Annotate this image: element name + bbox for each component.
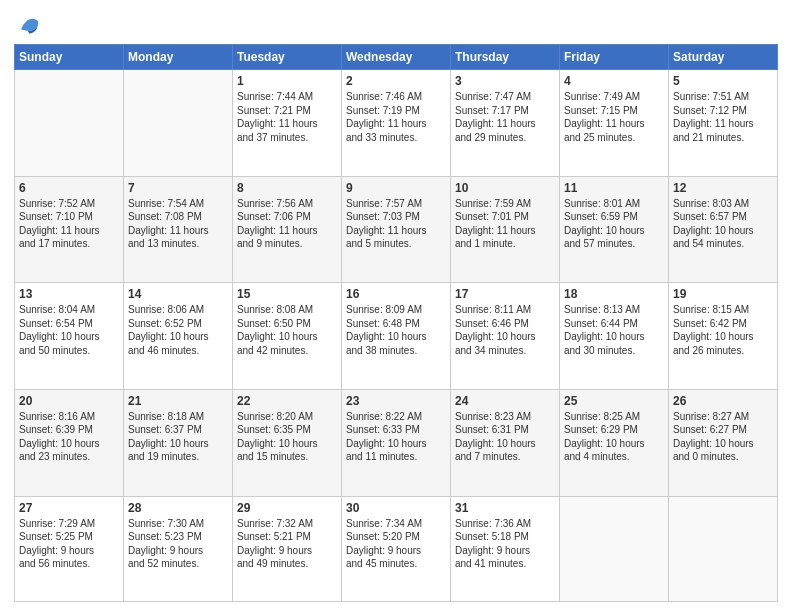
day-number: 29 bbox=[237, 501, 337, 515]
day-info: Sunrise: 8:04 AM Sunset: 6:54 PM Dayligh… bbox=[19, 303, 119, 357]
calendar-cell: 8Sunrise: 7:56 AM Sunset: 7:06 PM Daylig… bbox=[233, 176, 342, 283]
calendar-cell: 12Sunrise: 8:03 AM Sunset: 6:57 PM Dayli… bbox=[669, 176, 778, 283]
day-number: 14 bbox=[128, 287, 228, 301]
day-number: 4 bbox=[564, 74, 664, 88]
day-info: Sunrise: 7:49 AM Sunset: 7:15 PM Dayligh… bbox=[564, 90, 664, 144]
day-info: Sunrise: 8:22 AM Sunset: 6:33 PM Dayligh… bbox=[346, 410, 446, 464]
calendar-cell: 4Sunrise: 7:49 AM Sunset: 7:15 PM Daylig… bbox=[560, 70, 669, 177]
weekday-thursday: Thursday bbox=[451, 45, 560, 70]
day-info: Sunrise: 7:59 AM Sunset: 7:01 PM Dayligh… bbox=[455, 197, 555, 251]
calendar-cell: 30Sunrise: 7:34 AM Sunset: 5:20 PM Dayli… bbox=[342, 496, 451, 601]
day-info: Sunrise: 7:44 AM Sunset: 7:21 PM Dayligh… bbox=[237, 90, 337, 144]
calendar-cell: 21Sunrise: 8:18 AM Sunset: 6:37 PM Dayli… bbox=[124, 389, 233, 496]
day-number: 19 bbox=[673, 287, 773, 301]
day-info: Sunrise: 8:06 AM Sunset: 6:52 PM Dayligh… bbox=[128, 303, 228, 357]
day-info: Sunrise: 7:30 AM Sunset: 5:23 PM Dayligh… bbox=[128, 517, 228, 571]
day-number: 17 bbox=[455, 287, 555, 301]
calendar-cell: 5Sunrise: 7:51 AM Sunset: 7:12 PM Daylig… bbox=[669, 70, 778, 177]
calendar-cell: 24Sunrise: 8:23 AM Sunset: 6:31 PM Dayli… bbox=[451, 389, 560, 496]
day-number: 12 bbox=[673, 181, 773, 195]
week-row-2: 13Sunrise: 8:04 AM Sunset: 6:54 PM Dayli… bbox=[15, 283, 778, 390]
day-number: 2 bbox=[346, 74, 446, 88]
day-number: 30 bbox=[346, 501, 446, 515]
weekday-header-row: SundayMondayTuesdayWednesdayThursdayFrid… bbox=[15, 45, 778, 70]
day-info: Sunrise: 8:13 AM Sunset: 6:44 PM Dayligh… bbox=[564, 303, 664, 357]
day-number: 26 bbox=[673, 394, 773, 408]
day-info: Sunrise: 7:56 AM Sunset: 7:06 PM Dayligh… bbox=[237, 197, 337, 251]
day-number: 18 bbox=[564, 287, 664, 301]
day-number: 16 bbox=[346, 287, 446, 301]
calendar-cell: 20Sunrise: 8:16 AM Sunset: 6:39 PM Dayli… bbox=[15, 389, 124, 496]
week-row-1: 6Sunrise: 7:52 AM Sunset: 7:10 PM Daylig… bbox=[15, 176, 778, 283]
calendar-cell: 14Sunrise: 8:06 AM Sunset: 6:52 PM Dayli… bbox=[124, 283, 233, 390]
day-info: Sunrise: 7:46 AM Sunset: 7:19 PM Dayligh… bbox=[346, 90, 446, 144]
calendar-cell: 28Sunrise: 7:30 AM Sunset: 5:23 PM Dayli… bbox=[124, 496, 233, 601]
day-info: Sunrise: 7:34 AM Sunset: 5:20 PM Dayligh… bbox=[346, 517, 446, 571]
calendar-cell: 1Sunrise: 7:44 AM Sunset: 7:21 PM Daylig… bbox=[233, 70, 342, 177]
calendar-cell bbox=[15, 70, 124, 177]
calendar-table: SundayMondayTuesdayWednesdayThursdayFrid… bbox=[14, 44, 778, 602]
day-number: 27 bbox=[19, 501, 119, 515]
calendar-cell: 3Sunrise: 7:47 AM Sunset: 7:17 PM Daylig… bbox=[451, 70, 560, 177]
day-number: 21 bbox=[128, 394, 228, 408]
calendar-cell: 2Sunrise: 7:46 AM Sunset: 7:19 PM Daylig… bbox=[342, 70, 451, 177]
calendar-cell: 17Sunrise: 8:11 AM Sunset: 6:46 PM Dayli… bbox=[451, 283, 560, 390]
calendar-cell: 15Sunrise: 8:08 AM Sunset: 6:50 PM Dayli… bbox=[233, 283, 342, 390]
calendar-cell: 18Sunrise: 8:13 AM Sunset: 6:44 PM Dayli… bbox=[560, 283, 669, 390]
calendar-cell: 6Sunrise: 7:52 AM Sunset: 7:10 PM Daylig… bbox=[15, 176, 124, 283]
day-info: Sunrise: 8:01 AM Sunset: 6:59 PM Dayligh… bbox=[564, 197, 664, 251]
calendar-cell: 19Sunrise: 8:15 AM Sunset: 6:42 PM Dayli… bbox=[669, 283, 778, 390]
day-info: Sunrise: 7:36 AM Sunset: 5:18 PM Dayligh… bbox=[455, 517, 555, 571]
week-row-4: 27Sunrise: 7:29 AM Sunset: 5:25 PM Dayli… bbox=[15, 496, 778, 601]
day-info: Sunrise: 8:15 AM Sunset: 6:42 PM Dayligh… bbox=[673, 303, 773, 357]
calendar-cell bbox=[124, 70, 233, 177]
day-info: Sunrise: 8:09 AM Sunset: 6:48 PM Dayligh… bbox=[346, 303, 446, 357]
day-number: 20 bbox=[19, 394, 119, 408]
calendar-cell: 11Sunrise: 8:01 AM Sunset: 6:59 PM Dayli… bbox=[560, 176, 669, 283]
page: SundayMondayTuesdayWednesdayThursdayFrid… bbox=[0, 0, 792, 612]
calendar-cell: 29Sunrise: 7:32 AM Sunset: 5:21 PM Dayli… bbox=[233, 496, 342, 601]
weekday-saturday: Saturday bbox=[669, 45, 778, 70]
day-info: Sunrise: 8:03 AM Sunset: 6:57 PM Dayligh… bbox=[673, 197, 773, 251]
day-number: 11 bbox=[564, 181, 664, 195]
day-number: 10 bbox=[455, 181, 555, 195]
day-info: Sunrise: 8:16 AM Sunset: 6:39 PM Dayligh… bbox=[19, 410, 119, 464]
calendar-cell: 23Sunrise: 8:22 AM Sunset: 6:33 PM Dayli… bbox=[342, 389, 451, 496]
calendar-cell bbox=[560, 496, 669, 601]
calendar-cell: 10Sunrise: 7:59 AM Sunset: 7:01 PM Dayli… bbox=[451, 176, 560, 283]
calendar-cell: 31Sunrise: 7:36 AM Sunset: 5:18 PM Dayli… bbox=[451, 496, 560, 601]
day-info: Sunrise: 8:25 AM Sunset: 6:29 PM Dayligh… bbox=[564, 410, 664, 464]
weekday-sunday: Sunday bbox=[15, 45, 124, 70]
calendar-cell bbox=[669, 496, 778, 601]
day-number: 6 bbox=[19, 181, 119, 195]
week-row-0: 1Sunrise: 7:44 AM Sunset: 7:21 PM Daylig… bbox=[15, 70, 778, 177]
weekday-tuesday: Tuesday bbox=[233, 45, 342, 70]
day-number: 23 bbox=[346, 394, 446, 408]
day-info: Sunrise: 8:23 AM Sunset: 6:31 PM Dayligh… bbox=[455, 410, 555, 464]
day-info: Sunrise: 8:20 AM Sunset: 6:35 PM Dayligh… bbox=[237, 410, 337, 464]
day-info: Sunrise: 8:11 AM Sunset: 6:46 PM Dayligh… bbox=[455, 303, 555, 357]
header bbox=[14, 10, 778, 38]
day-number: 3 bbox=[455, 74, 555, 88]
calendar-cell: 27Sunrise: 7:29 AM Sunset: 5:25 PM Dayli… bbox=[15, 496, 124, 601]
day-info: Sunrise: 7:47 AM Sunset: 7:17 PM Dayligh… bbox=[455, 90, 555, 144]
day-info: Sunrise: 7:57 AM Sunset: 7:03 PM Dayligh… bbox=[346, 197, 446, 251]
calendar-cell: 22Sunrise: 8:20 AM Sunset: 6:35 PM Dayli… bbox=[233, 389, 342, 496]
weekday-monday: Monday bbox=[124, 45, 233, 70]
day-info: Sunrise: 8:18 AM Sunset: 6:37 PM Dayligh… bbox=[128, 410, 228, 464]
day-info: Sunrise: 7:52 AM Sunset: 7:10 PM Dayligh… bbox=[19, 197, 119, 251]
calendar-cell: 13Sunrise: 8:04 AM Sunset: 6:54 PM Dayli… bbox=[15, 283, 124, 390]
day-number: 5 bbox=[673, 74, 773, 88]
logo-icon bbox=[14, 10, 42, 38]
calendar-cell: 26Sunrise: 8:27 AM Sunset: 6:27 PM Dayli… bbox=[669, 389, 778, 496]
logo bbox=[14, 10, 44, 38]
day-info: Sunrise: 7:51 AM Sunset: 7:12 PM Dayligh… bbox=[673, 90, 773, 144]
day-number: 1 bbox=[237, 74, 337, 88]
calendar-cell: 16Sunrise: 8:09 AM Sunset: 6:48 PM Dayli… bbox=[342, 283, 451, 390]
calendar-cell: 9Sunrise: 7:57 AM Sunset: 7:03 PM Daylig… bbox=[342, 176, 451, 283]
day-number: 25 bbox=[564, 394, 664, 408]
day-info: Sunrise: 7:54 AM Sunset: 7:08 PM Dayligh… bbox=[128, 197, 228, 251]
day-info: Sunrise: 7:32 AM Sunset: 5:21 PM Dayligh… bbox=[237, 517, 337, 571]
day-info: Sunrise: 8:27 AM Sunset: 6:27 PM Dayligh… bbox=[673, 410, 773, 464]
week-row-3: 20Sunrise: 8:16 AM Sunset: 6:39 PM Dayli… bbox=[15, 389, 778, 496]
